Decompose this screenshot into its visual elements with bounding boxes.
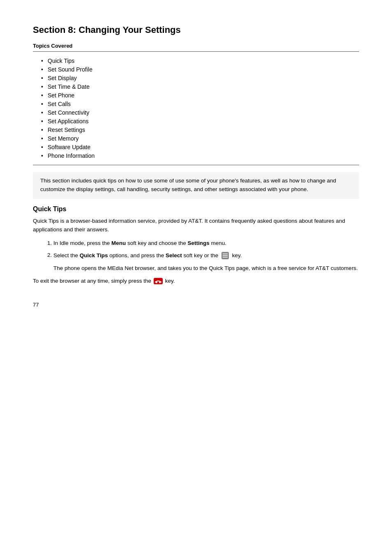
- section-title: Section 8: Changing Your Settings: [33, 25, 359, 35]
- key-label: key.: [232, 252, 242, 258]
- step-2: Select the Quick Tips options, and press…: [53, 251, 359, 260]
- list-item: Set Sound Profile: [41, 66, 359, 73]
- exit-text-after: key.: [165, 278, 175, 284]
- step2-quicktips: Quick Tips: [80, 252, 108, 258]
- top-divider: [33, 51, 359, 52]
- list-item: Set Calls: [41, 101, 359, 107]
- step2-select: Select: [166, 252, 182, 258]
- svg-point-5: [156, 281, 157, 283]
- list-item: Set Applications: [41, 118, 359, 125]
- svg-rect-1: [223, 254, 228, 254]
- svg-rect-2: [223, 255, 228, 256]
- bottom-divider: [33, 165, 359, 165]
- svg-point-6: [159, 281, 161, 283]
- exit-text: To exit the browser at any time, simply …: [33, 277, 359, 286]
- end-call-icon: [154, 277, 163, 285]
- topics-label: Topics Covered: [33, 43, 359, 49]
- exit-text-before: To exit the browser at any time, simply …: [33, 278, 153, 284]
- list-item: Set Connectivity: [41, 109, 359, 116]
- svg-rect-3: [223, 257, 228, 258]
- page-container: Section 8: Changing Your Settings Topics…: [0, 0, 392, 332]
- quick-tips-title: Quick Tips: [33, 205, 359, 213]
- step-note: The phone opens the MEdia Net browser, a…: [53, 264, 359, 273]
- step1-menu: Menu: [111, 240, 126, 246]
- topics-list: Quick Tips Set Sound Profile Set Display…: [41, 58, 359, 159]
- step1-settings: Settings: [187, 240, 209, 246]
- steps-list: In Idle mode, press the Menu soft key an…: [53, 239, 359, 260]
- list-item: Phone Information: [41, 152, 359, 159]
- step-1: In Idle mode, press the Menu soft key an…: [53, 239, 359, 248]
- quick-tips-body: Quick Tips is a browser-based informatio…: [33, 217, 359, 234]
- list-item: Software Update: [41, 144, 359, 150]
- intro-box: This section includes quick tips on how …: [33, 172, 359, 199]
- page-number: 77: [33, 302, 359, 308]
- list-item: Set Phone: [41, 92, 359, 99]
- list-item: Reset Settings: [41, 127, 359, 133]
- list-item: Set Display: [41, 75, 359, 81]
- list-item: Set Time & Date: [41, 83, 359, 90]
- list-item: Set Memory: [41, 135, 359, 142]
- intro-text: This section includes quick tips on how …: [40, 178, 336, 192]
- list-item: Quick Tips: [41, 58, 359, 64]
- menu-icon: [221, 251, 230, 260]
